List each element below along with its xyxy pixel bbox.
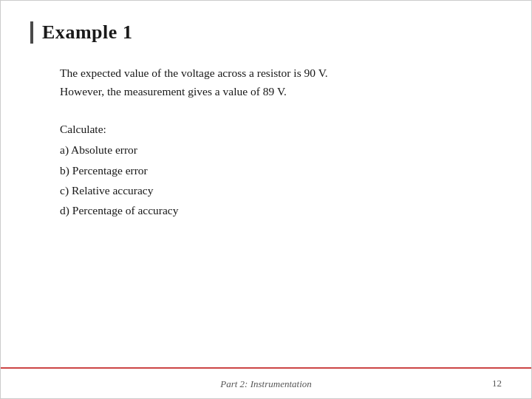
list-item-b: b) Percentage error <box>60 160 502 180</box>
footer-page-number: 12 <box>492 378 502 389</box>
slide-footer: Part 2: Instrumentation 12 <box>1 367 531 398</box>
problem-line2: However, the measurement gives a value o… <box>60 83 502 101</box>
calculate-label: Calculate: <box>60 120 502 139</box>
list-item-d: d) Percentage of accuracy <box>60 200 502 220</box>
calculate-section: Calculate: a) Absolute error b) Percenta… <box>60 120 502 220</box>
slide-title: Example 1 <box>42 21 132 43</box>
problem-text: The expected value of the voltage across… <box>60 64 502 101</box>
footer-label: Part 2: Instrumentation <box>220 378 312 389</box>
content-area: Example 1 The expected value of the volt… <box>1 1 531 398</box>
title-bar: Example 1 <box>30 21 502 44</box>
footer-center: Part 2: Instrumentation <box>220 377 312 390</box>
problem-line1: The expected value of the voltage across… <box>60 64 502 83</box>
slide-container: Example 1 The expected value of the volt… <box>0 0 532 399</box>
list-item-a: a) Absolute error <box>60 140 502 160</box>
list-item-c: c) Relative accuracy <box>60 180 502 200</box>
